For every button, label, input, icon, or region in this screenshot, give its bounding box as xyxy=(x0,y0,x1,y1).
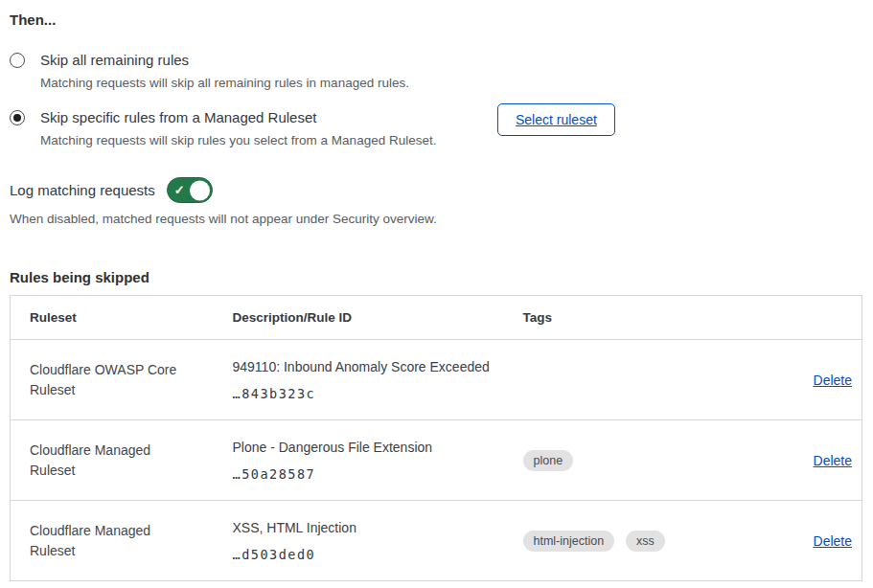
tags-cell xyxy=(504,340,724,420)
rule-id: …50a28587 xyxy=(233,466,494,482)
table-row: Cloudflare Managed Ruleset XSS, HTML Inj… xyxy=(11,501,862,581)
tag-pill: xss xyxy=(626,531,665,552)
delete-link[interactable]: Delete xyxy=(814,533,852,549)
rules-being-skipped-table: Ruleset Description/Rule ID Tags Cloudfl… xyxy=(10,295,862,581)
skip-options-group: Skip all remaining rules Matching reques… xyxy=(10,51,863,149)
option-label[interactable]: Skip specific rules from a Managed Rules… xyxy=(40,108,436,127)
rule-id: …d503ded0 xyxy=(233,547,494,562)
toggle-knob xyxy=(190,180,210,200)
log-toggle-description: When disabled, matched requests will not… xyxy=(10,212,863,226)
option-text: Skip all remaining rules Matching reques… xyxy=(40,51,409,92)
ruleset-name: Cloudflare Managed Ruleset xyxy=(30,521,188,561)
check-icon: ✓ xyxy=(174,183,185,197)
option-description: Matching requests will skip all remainin… xyxy=(40,75,409,92)
tag-pill: html-injection xyxy=(523,531,615,552)
rule-description: 949110: Inbound Anomaly Score Exceeded xyxy=(233,358,494,376)
column-header-actions xyxy=(724,296,862,340)
radio-skip-specific-rules[interactable] xyxy=(10,110,25,125)
ruleset-name: Cloudflare OWASP Core Ruleset xyxy=(30,360,188,400)
table-header-row: Ruleset Description/Rule ID Tags xyxy=(11,296,862,340)
radio-skip-all-remaining[interactable] xyxy=(10,53,25,68)
tags-cell: plone xyxy=(504,420,724,501)
option-label[interactable]: Skip all remaining rules xyxy=(40,51,409,70)
tag-pill: plone xyxy=(523,450,574,471)
ruleset-name: Cloudflare Managed Ruleset xyxy=(30,441,188,481)
option-text: Skip specific rules from a Managed Rules… xyxy=(40,108,436,149)
then-heading: Then... xyxy=(10,11,863,28)
rule-description: XSS, HTML Injection xyxy=(233,519,494,537)
table-row: Cloudflare OWASP Core Ruleset 949110: In… xyxy=(11,340,862,420)
log-toggle-label: Log matching requests xyxy=(10,182,155,198)
column-header-tags: Tags xyxy=(504,296,724,340)
log-toggle-switch[interactable]: ✓ xyxy=(167,177,213,203)
option-skip-specific-rules: Skip specific rules from a Managed Rules… xyxy=(10,108,863,149)
rule-description: Plone - Dangerous File Extension xyxy=(233,439,494,457)
option-skip-all-remaining: Skip all remaining rules Matching reques… xyxy=(10,51,863,92)
waf-rule-then-panel: Then... Skip all remaining rules Matchin… xyxy=(0,0,873,581)
rules-being-skipped-heading: Rules being skipped xyxy=(10,269,863,285)
table-row: Cloudflare Managed Ruleset Plone - Dange… xyxy=(11,420,862,501)
column-header-ruleset: Ruleset xyxy=(11,296,214,340)
tags-cell: html-injection xss xyxy=(504,501,724,581)
log-matching-requests-row: Log matching requests ✓ xyxy=(10,177,863,203)
option-description: Matching requests will skip rules you se… xyxy=(40,132,436,149)
delete-link[interactable]: Delete xyxy=(814,453,852,468)
rule-id: …843b323c xyxy=(233,386,494,401)
select-ruleset-button[interactable]: Select ruleset xyxy=(497,103,615,136)
delete-link[interactable]: Delete xyxy=(814,373,852,388)
column-header-description: Description/Rule ID xyxy=(214,296,504,340)
